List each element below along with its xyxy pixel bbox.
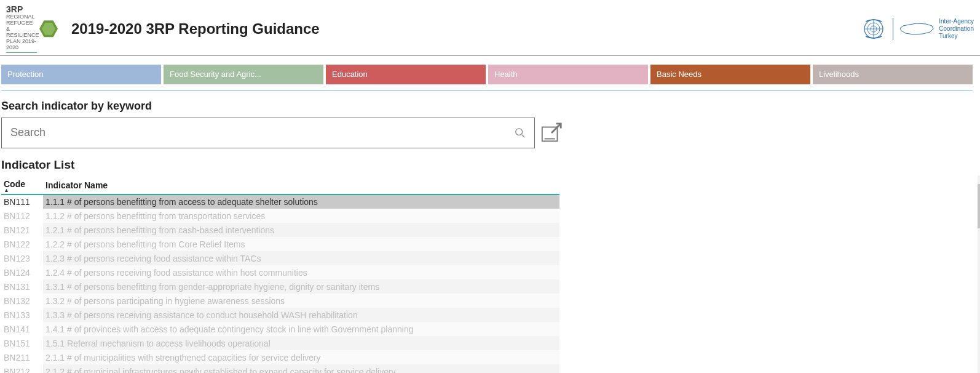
- search-icon[interactable]: [515, 127, 526, 138]
- header-right: Inter-Agency Coordination Turkey: [859, 17, 974, 41]
- cell-name: 1.2.4 # of persons receiving food assist…: [43, 265, 559, 279]
- cell-code: BN122: [1, 237, 43, 251]
- left-column: ProtectionFood Security and Agric...Educ…: [0, 56, 973, 373]
- table-row[interactable]: BN1221.2.2 # of persons benefitting from…: [1, 237, 559, 251]
- turkey-map-icon: [898, 20, 935, 38]
- cell-code: BN124: [1, 265, 43, 279]
- cell-code: BN211: [1, 350, 43, 364]
- tab-basic[interactable]: Basic Needs: [650, 65, 810, 84]
- edit-export-icon[interactable]: [540, 121, 563, 145]
- page-title: 2019-2020 3RP Reporting Guidance: [71, 20, 320, 38]
- sector-tabs: ProtectionFood Security and Agric...Educ…: [1, 65, 973, 84]
- header: 3RP REGIONAL REFUGEE & RESILIENCE PLAN 2…: [0, 0, 980, 56]
- cell-code: BN111: [1, 195, 43, 209]
- search-input[interactable]: [10, 126, 515, 139]
- scroll-up-icon[interactable]: ˄: [978, 175, 980, 182]
- un-logo-icon: [859, 17, 888, 41]
- cell-name: 1.3.2 # of persons participating in hygi…: [43, 294, 559, 308]
- scroll-thumb[interactable]: [978, 184, 980, 228]
- cell-code: BN123: [1, 251, 43, 265]
- table-row[interactable]: BN1231.2.3 # of persons receiving food a…: [1, 251, 559, 265]
- cell-name: 2.1.2 # of municipal infrastructures new…: [43, 364, 559, 373]
- logo-3rp: 3RP REGIONAL REFUGEE & RESILIENCE PLAN 2…: [6, 5, 58, 53]
- table-row[interactable]: BN1331.3.3 # of persons receiving assist…: [1, 308, 559, 322]
- cell-name: 1.4.1 # of provinces with access to adeq…: [43, 322, 559, 336]
- cell-code: BN132: [1, 294, 43, 308]
- iac-line1: Inter-Agency: [939, 18, 974, 25]
- logo-sub: REGIONAL REFUGEE & RESILIENCE PLAN 2019-…: [6, 14, 39, 50]
- tab-education[interactable]: Education: [326, 65, 486, 84]
- divider: [1, 90, 973, 91]
- table-row[interactable]: BN1321.3.2 # of persons participating in…: [1, 294, 559, 308]
- header-left: 3RP REGIONAL REFUGEE & RESILIENCE PLAN 2…: [6, 5, 320, 53]
- cell-name: 1.1.2 # of persons benefitting from tran…: [43, 209, 559, 223]
- iac-text: Inter-Agency Coordination Turkey: [939, 18, 974, 40]
- main: ProtectionFood Security and Agric...Educ…: [0, 56, 980, 373]
- cell-name: 1.2.2 # of persons benefitting from Core…: [43, 237, 559, 251]
- cell-name: 1.2.3 # of persons receiving food assist…: [43, 251, 559, 265]
- tab-food[interactable]: Food Security and Agric...: [164, 65, 323, 84]
- table-row[interactable]: BN2112.1.1 # of municipalities with stre…: [1, 350, 559, 364]
- logo-3rp-text: 3RP REGIONAL REFUGEE & RESILIENCE PLAN 2…: [6, 5, 37, 53]
- indicator-list-title: Indicator List: [1, 158, 973, 172]
- table-row[interactable]: BN1211.2.1 # of persons benefitting from…: [1, 223, 559, 237]
- cell-code: BN133: [1, 308, 43, 322]
- col-code[interactable]: Code ▲: [1, 175, 43, 195]
- cell-name: 1.3.3 # of persons receiving assistance …: [43, 308, 559, 322]
- table-row[interactable]: BN1511.5.1 Referral mechanism to access …: [1, 336, 559, 350]
- table-row[interactable]: BN1241.2.4 # of persons receiving food a…: [1, 265, 559, 279]
- scrollbar[interactable]: ˄: [978, 175, 980, 373]
- logo-main: 3RP: [6, 5, 37, 14]
- table-row[interactable]: BN1121.1.2 # of persons benefitting from…: [1, 209, 559, 223]
- svg-line-6: [522, 134, 525, 137]
- col-name[interactable]: Indicator Name: [43, 175, 559, 195]
- cell-name: 1.2.1 # of persons benefitting from cash…: [43, 223, 559, 237]
- table-row[interactable]: BN1111.1.1 # of persons benefitting from…: [1, 195, 559, 209]
- iac-line3: Turkey: [939, 33, 974, 40]
- table-row[interactable]: BN1411.4.1 # of provinces with access to…: [1, 322, 559, 336]
- iac-block: Inter-Agency Coordination Turkey: [893, 18, 974, 40]
- cell-code: BN212: [1, 364, 43, 373]
- tab-protection[interactable]: Protection: [1, 65, 161, 84]
- search-row: [1, 118, 973, 148]
- table-row[interactable]: BN1311.3.1 # of persons benefitting from…: [1, 279, 559, 294]
- cell-name: 1.1.1 # of persons benefitting from acce…: [43, 195, 559, 209]
- cell-code: BN151: [1, 336, 43, 350]
- cell-code: BN121: [1, 223, 43, 237]
- indicator-table: Code ▲ Indicator Name BN1111.1.1 # of pe…: [1, 175, 559, 373]
- table-row[interactable]: BN2122.1.2 # of municipal infrastructure…: [1, 364, 559, 373]
- hexagon-icon: [39, 20, 58, 38]
- cell-code: BN112: [1, 209, 43, 223]
- search-label: Search indicator by keyword: [1, 100, 973, 113]
- cell-name: 1.5.1 Referral mechanism to access livel…: [43, 336, 559, 350]
- cell-name: 2.1.1 # of municipalities with strengthe…: [43, 350, 559, 364]
- tab-livelihoods[interactable]: Livelihoods: [813, 65, 973, 84]
- sort-asc-icon: ▲: [4, 189, 41, 192]
- cell-name: 1.3.1 # of persons benefitting from gend…: [43, 279, 559, 294]
- tab-health[interactable]: Health: [488, 65, 648, 84]
- table-wrap: Code ▲ Indicator Name BN1111.1.1 # of pe…: [1, 175, 973, 373]
- cell-code: BN131: [1, 279, 43, 294]
- search-box[interactable]: [1, 118, 535, 148]
- svg-point-5: [516, 129, 523, 135]
- iac-line2: Coordination: [939, 25, 974, 33]
- cell-code: BN141: [1, 322, 43, 336]
